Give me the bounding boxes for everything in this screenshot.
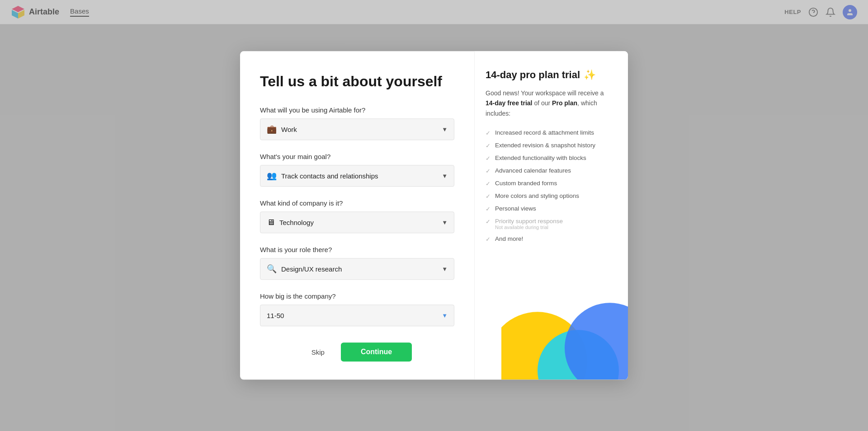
feature-text: Advanced calendar features bbox=[495, 167, 571, 174]
goal-select[interactable]: 👥 Track contacts and relationships ▼ bbox=[260, 165, 454, 187]
company-type-label: What kind of company is it? bbox=[260, 200, 454, 207]
check-icon: ✓ bbox=[486, 130, 491, 136]
goal-value: Track contacts and relationships bbox=[281, 172, 442, 180]
company-type-value: Technology bbox=[279, 219, 442, 226]
feature-text-unavailable: Priority support response Not available … bbox=[495, 218, 563, 230]
check-icon: ✓ bbox=[486, 193, 491, 200]
feature-item: ✓ Advanced calendar features bbox=[486, 167, 612, 174]
trial-desc-mid: of our bbox=[533, 100, 552, 107]
goal-label: What's your main goal? bbox=[260, 153, 454, 161]
feature-text: And more! bbox=[495, 235, 523, 242]
check-icon: ✓ bbox=[486, 142, 491, 149]
company-size-chevron-icon: ▼ bbox=[442, 312, 448, 319]
check-icon: ✓ bbox=[486, 236, 491, 243]
company-size-form-group: How big is the company? 11-50 ▼ bbox=[260, 293, 454, 327]
check-icon: ✓ bbox=[486, 218, 491, 225]
feature-item: ✓ Extended revision & snapshot history bbox=[486, 142, 612, 149]
role-select[interactable]: 🔍 Design/UX research ▼ bbox=[260, 258, 454, 280]
feature-text: Custom branded forms bbox=[495, 180, 557, 187]
svg-point-8 bbox=[565, 303, 628, 380]
feature-item: ✓ More colors and styling options bbox=[486, 192, 612, 200]
usage-chevron-icon: ▼ bbox=[442, 126, 448, 133]
onboarding-modal: Tell us a bit about yourself What will y… bbox=[240, 51, 628, 379]
trial-title-text: 14-day pro plan trial bbox=[486, 69, 580, 81]
feature-text: Personal views bbox=[495, 205, 536, 212]
feature-text: Increased record & attachment limits bbox=[495, 129, 594, 136]
feature-text: More colors and styling options bbox=[495, 192, 579, 199]
role-chevron-icon: ▼ bbox=[442, 266, 448, 272]
feature-text: Extended revision & snapshot history bbox=[495, 142, 595, 149]
role-icon: 🔍 bbox=[267, 264, 277, 274]
feature-item: ✓ And more! bbox=[486, 235, 612, 243]
modal-actions: Skip Continue bbox=[260, 343, 454, 362]
role-value: Design/UX research bbox=[281, 265, 442, 273]
usage-value: Work bbox=[281, 126, 442, 133]
usage-form-group: What will you be using Airtable for? 💼 W… bbox=[260, 107, 454, 141]
feature-item: ✓ Personal views bbox=[486, 205, 612, 212]
check-icon: ✓ bbox=[486, 155, 491, 162]
trial-sparkle-icon: ✨ bbox=[584, 69, 596, 81]
company-size-value: 11-50 bbox=[267, 312, 442, 319]
usage-select[interactable]: 💼 Work ▼ bbox=[260, 119, 454, 141]
company-type-icon: 🖥 bbox=[267, 218, 275, 227]
check-icon: ✓ bbox=[486, 168, 491, 174]
role-form-group: What is your role there? 🔍 Design/UX res… bbox=[260, 246, 454, 280]
modal-title: Tell us a bit about yourself bbox=[260, 73, 454, 90]
goal-chevron-icon: ▼ bbox=[442, 173, 448, 179]
check-icon: ✓ bbox=[486, 206, 491, 212]
skip-button[interactable]: Skip bbox=[302, 344, 334, 361]
modal-right-panel: 14-day pro plan trial ✨ Good news! Your … bbox=[474, 51, 628, 379]
company-size-select[interactable]: 11-50 ▼ bbox=[260, 305, 454, 327]
trial-title: 14-day pro plan trial ✨ bbox=[486, 69, 612, 81]
usage-label: What will you be using Airtable for? bbox=[260, 107, 454, 114]
goal-form-group: What's your main goal? 👥 Track contacts … bbox=[260, 153, 454, 187]
check-icon: ✓ bbox=[486, 180, 491, 187]
trial-description: Good news! Your workspace will receive a… bbox=[486, 88, 612, 118]
modal-left-panel: Tell us a bit about yourself What will y… bbox=[240, 51, 474, 379]
feature-text: Extended functionality with blocks bbox=[495, 155, 586, 161]
trial-desc-bold1: 14-day free trial bbox=[486, 100, 533, 107]
trial-desc-bold2: Pro plan bbox=[552, 100, 577, 107]
continue-button[interactable]: Continue bbox=[341, 343, 412, 362]
company-size-label: How big is the company? bbox=[260, 293, 454, 300]
goal-icon: 👥 bbox=[267, 171, 277, 181]
trial-desc-start: Good news! Your workspace will receive a bbox=[486, 89, 604, 97]
usage-icon: 💼 bbox=[267, 125, 277, 135]
company-type-select[interactable]: 🖥 Technology ▼ bbox=[260, 212, 454, 234]
feature-item: ✓ Increased record & attachment limits bbox=[486, 129, 612, 136]
feature-item: ✓ Custom branded forms bbox=[486, 180, 612, 187]
feature-item-unavailable: ✓ Priority support response Not availabl… bbox=[486, 218, 612, 230]
company-type-chevron-icon: ▼ bbox=[442, 219, 448, 226]
role-label: What is your role there? bbox=[260, 246, 454, 254]
feature-item: ✓ Extended functionality with blocks bbox=[486, 155, 612, 162]
company-type-form-group: What kind of company is it? 🖥 Technology… bbox=[260, 200, 454, 234]
decorative-circles bbox=[501, 290, 628, 380]
